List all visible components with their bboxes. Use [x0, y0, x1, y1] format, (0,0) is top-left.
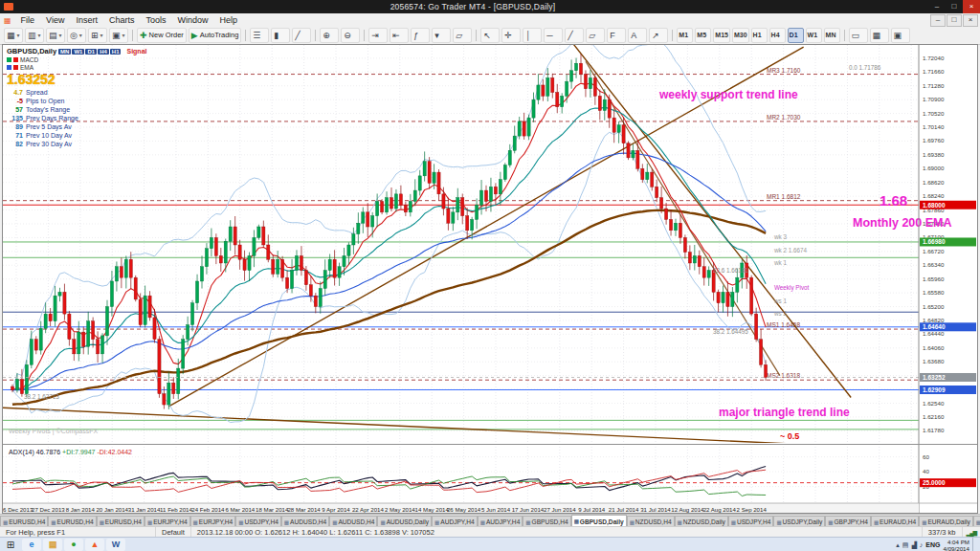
- legend-tf-button-d1[interactable]: D1: [85, 49, 97, 55]
- market-watch-button[interactable]: ▤▾: [46, 28, 65, 43]
- chart-tab-label: EURJPY,H4: [153, 518, 187, 525]
- svg-text:1.71280: 1.71280: [923, 82, 945, 89]
- svg-text:8 Jan 2014: 8 Jan 2014: [66, 506, 96, 513]
- bar-chart-button[interactable]: ☰: [250, 28, 269, 43]
- timeframe-button-h4[interactable]: H4: [769, 28, 786, 43]
- auto-scroll-button[interactable]: ⇥: [368, 28, 388, 43]
- menu-item-help[interactable]: Help: [214, 15, 244, 25]
- horizontal-line-button[interactable]: ─: [544, 28, 563, 43]
- menu-item-file[interactable]: File: [15, 15, 41, 25]
- svg-text:1.69760: 1.69760: [923, 137, 945, 143]
- text-button[interactable]: A: [628, 28, 647, 43]
- candlestick-chart-button[interactable]: ▮: [271, 28, 290, 43]
- trendline-button[interactable]: ╱: [565, 28, 584, 43]
- cursor-button[interactable]: ↖: [480, 28, 500, 43]
- timeframe-button-m15[interactable]: M15: [713, 28, 730, 43]
- chart-tab-icon: ▦: [147, 519, 152, 525]
- timeframe-button-d1[interactable]: D1: [788, 28, 804, 43]
- chart-tab-icon: ▦: [922, 519, 926, 525]
- hidden-icons-chevron[interactable]: ▴: [896, 541, 900, 549]
- svg-text:1.66980: 1.66980: [923, 238, 946, 245]
- indicator-label: EMA: [20, 64, 33, 71]
- app-icon: [4, 3, 13, 11]
- child-minimize-button[interactable]: –: [930, 14, 946, 27]
- fullscreen-button[interactable]: ▣: [891, 28, 910, 43]
- arrows-icon: ↗: [652, 29, 659, 42]
- legend-tf-button-mn[interactable]: MN: [58, 49, 71, 55]
- chart-shift-button[interactable]: ⇤: [390, 28, 409, 43]
- menu-item-window[interactable]: Window: [171, 15, 213, 25]
- show-desktop-button[interactable]: [972, 538, 976, 551]
- indicator-swatch: [7, 57, 11, 62]
- maximize-button[interactable]: □: [946, 0, 963, 13]
- action-center-icon[interactable]: ▤: [902, 541, 909, 549]
- dropdown-arrow-icon: ▾: [100, 29, 103, 42]
- svg-text:22 Aug 2014: 22 Aug 2014: [703, 506, 737, 513]
- svg-text:1.64060: 1.64060: [923, 344, 945, 351]
- strategy-tester-button[interactable]: ▣▾: [109, 28, 128, 43]
- zoom-out-button[interactable]: ⊖: [341, 28, 360, 43]
- templates-button[interactable]: ▱: [453, 28, 472, 43]
- close-button[interactable]: ×: [963, 0, 980, 13]
- navigator-button[interactable]: ◎▾: [67, 28, 86, 43]
- crosshair-button[interactable]: ✛: [501, 28, 521, 43]
- green-app-icon[interactable]: ●: [64, 539, 83, 551]
- chart-tab-label: EURUSD,H4: [9, 518, 45, 525]
- legend-tf-button-h1[interactable]: H1: [110, 49, 122, 55]
- menu-item-tools[interactable]: Tools: [140, 15, 171, 25]
- chart-tab-label: NZDUSD,H4: [635, 518, 672, 525]
- price-chart[interactable]: 1.720401.716601.712801.709001.705201.701…: [3, 45, 977, 513]
- minimize-button[interactable]: –: [928, 0, 946, 13]
- timeframe-button-w1[interactable]: W1: [806, 28, 822, 43]
- taskbar-clock[interactable]: 4:04 PM 4/09/2014: [943, 539, 969, 551]
- line-chart-button[interactable]: ╱: [292, 28, 311, 43]
- menu-item-insert[interactable]: Insert: [70, 15, 103, 25]
- stat-row: 4.7Spread: [7, 88, 146, 97]
- svg-text:1.70900: 1.70900: [923, 96, 945, 102]
- timeframe-button-mn[interactable]: MN: [824, 28, 840, 43]
- adx-legend: ADX(14) 46.7876 +DI:7.9947 -DI:42.0442: [9, 449, 132, 456]
- start-button[interactable]: ⊞: [0, 540, 21, 550]
- profiles-button[interactable]: ▥▾: [25, 28, 44, 43]
- word-icon[interactable]: W: [106, 539, 125, 551]
- volume-icon[interactable]: ♪: [920, 541, 924, 549]
- child-close-button[interactable]: ×: [963, 14, 978, 27]
- arrows-button[interactable]: ↗: [649, 28, 668, 43]
- objects-list-button[interactable]: ▭: [849, 28, 868, 43]
- menu-item-charts[interactable]: Charts: [103, 15, 141, 25]
- ie-icon[interactable]: e: [22, 539, 41, 551]
- arrange-windows-button[interactable]: ▦: [870, 28, 889, 43]
- language-indicator[interactable]: ENG: [925, 541, 940, 548]
- svg-text:1.62160: 1.62160: [923, 413, 945, 420]
- channel-button[interactable]: ▱: [586, 28, 605, 43]
- autotrading-button[interactable]: ▶AutoTrading: [189, 28, 242, 43]
- vertical-line-button[interactable]: │: [523, 28, 542, 43]
- legend-tf-button-h4[interactable]: H4: [98, 49, 109, 55]
- timeframe-button-m5[interactable]: M5: [695, 28, 711, 43]
- periods-dropdown[interactable]: ▾: [432, 28, 451, 43]
- network-icon[interactable]: ▟: [911, 541, 916, 549]
- dropdown-arrow-icon: ▾: [17, 29, 20, 42]
- svg-text:1.69380: 1.69380: [923, 151, 945, 158]
- chart-tab-icon: ▦: [332, 519, 337, 525]
- stat-value: 82: [7, 140, 23, 148]
- svg-text:1.65580: 1.65580: [923, 289, 945, 296]
- svg-text:1.66720: 1.66720: [923, 248, 945, 254]
- child-restore-button[interactable]: □: [947, 14, 962, 27]
- new-order-button[interactable]: ✚New Order: [137, 28, 187, 43]
- timeframe-button-h1[interactable]: H1: [751, 28, 768, 43]
- mt4-icon[interactable]: ▲: [85, 539, 104, 551]
- menu-item-view[interactable]: View: [40, 15, 70, 25]
- file-explorer-icon[interactable]: ▤: [43, 539, 62, 551]
- svg-text:27 Jun 2014: 27 Jun 2014: [544, 506, 576, 513]
- legend-tf-button-w1[interactable]: W1: [72, 49, 84, 55]
- timeframe-button-m30[interactable]: M30: [732, 28, 749, 43]
- indicators-button[interactable]: ƒ: [411, 28, 430, 43]
- zoom-in-button[interactable]: ⊕: [320, 28, 339, 43]
- fibonacci-button[interactable]: F: [607, 28, 626, 43]
- chart-tab-label: GBPUSD,H4: [532, 518, 568, 525]
- terminal-button[interactable]: ⊞▾: [88, 28, 107, 43]
- timeframe-button-m1[interactable]: M1: [677, 28, 693, 43]
- svg-text:25.0000: 25.0000: [923, 479, 946, 486]
- new-chart-button[interactable]: ▦▾: [4, 28, 23, 43]
